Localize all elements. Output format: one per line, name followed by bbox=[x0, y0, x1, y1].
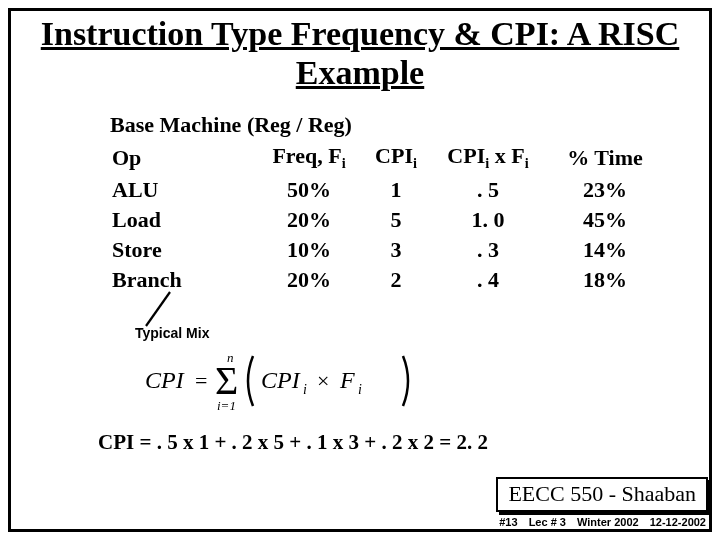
cpi-formula: CPI = n Σ i=1 CPI i × F i bbox=[145, 348, 425, 414]
svg-text:F: F bbox=[339, 367, 355, 393]
svg-text:Σ: Σ bbox=[215, 358, 238, 403]
sigma-i: i=1 bbox=[217, 398, 236, 413]
svg-text:CPI: CPI bbox=[145, 367, 185, 393]
date: 12-12-2002 bbox=[650, 516, 706, 528]
term: Winter 2002 bbox=[577, 516, 639, 528]
svg-text:i: i bbox=[358, 382, 362, 397]
course-footer-box: EECC 550 - Shaaban bbox=[496, 477, 708, 512]
lecture-number: Lec # 3 bbox=[529, 516, 566, 528]
slide-meta: #13 Lec # 3 Winter 2002 12-12-2002 bbox=[491, 516, 706, 528]
svg-text:CPI: CPI bbox=[261, 367, 301, 393]
svg-text:=: = bbox=[195, 368, 207, 393]
slide-number: #13 bbox=[499, 516, 517, 528]
cpi-calculation: CPI = . 5 x 1 + . 2 x 5 + . 1 x 3 + . 2 … bbox=[98, 430, 488, 455]
svg-text:i: i bbox=[303, 382, 307, 397]
svg-text:×: × bbox=[317, 368, 329, 393]
typical-mix-label: Typical Mix bbox=[135, 325, 209, 341]
